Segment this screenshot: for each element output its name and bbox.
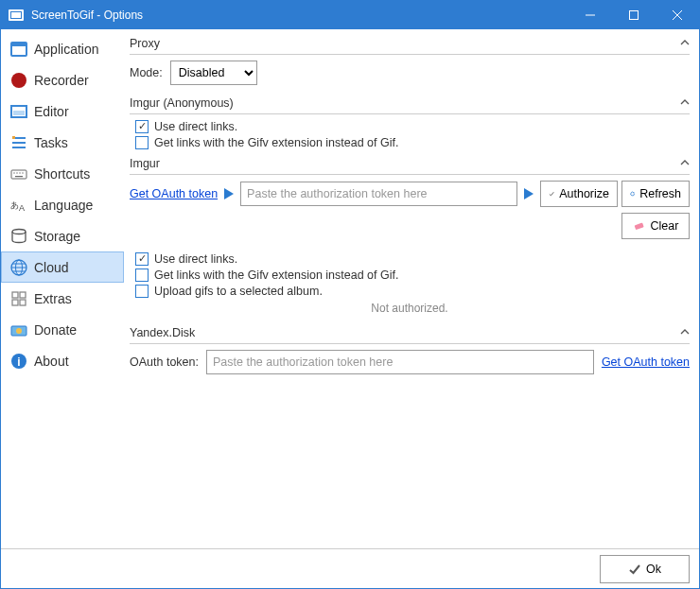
svg-rect-29 [12, 300, 18, 305]
shortcuts-icon [9, 165, 28, 183]
section-title: Imgur (Anonymous) [130, 96, 680, 110]
button-label: Refresh [639, 187, 681, 200]
svg-point-17 [22, 172, 23, 173]
sidebar-item-shortcuts[interactable]: Shortcuts [1, 158, 124, 189]
yandex-get-token-link[interactable]: Get OAuth token [602, 355, 690, 369]
sidebar-item-label: Language [34, 198, 93, 213]
sidebar-item-label: Donate [34, 322, 77, 338]
section-header-imgur[interactable]: Imgur [130, 153, 690, 174]
sidebar-item-donate[interactable]: Donate [1, 314, 124, 345]
svg-rect-8 [13, 111, 25, 115]
svg-text:i: i [17, 355, 20, 369]
authorize-button[interactable]: Authorize [540, 181, 618, 207]
checkbox-label: Get links with the Gifv extension instea… [154, 269, 398, 282]
svg-rect-12 [12, 136, 15, 139]
storage-icon [9, 227, 28, 246]
imgur-anon-direct-checkbox[interactable]: Use direct links. [135, 120, 690, 133]
section-title: Yandex.Disk [130, 326, 680, 339]
sidebar-item-extras[interactable]: Extras [1, 283, 124, 314]
recorder-icon [9, 71, 28, 90]
svg-rect-38 [634, 222, 643, 230]
sidebar-item-editor[interactable]: Editor [1, 95, 124, 127]
sidebar: Application Recorder Editor Tasks Shortc… [1, 29, 124, 548]
sidebar-item-label: Tasks [34, 135, 68, 150]
svg-point-15 [16, 172, 17, 173]
refresh-icon [630, 187, 635, 200]
extras-icon [9, 289, 28, 308]
svg-rect-30 [20, 300, 26, 305]
svg-rect-18 [15, 176, 23, 177]
cloud-icon [9, 258, 28, 277]
proxy-mode-label: Mode: [130, 66, 163, 79]
clear-button[interactable]: Clear [621, 213, 690, 239]
titlebar: ScreenToGif - Options [1, 1, 699, 29]
application-icon [9, 40, 28, 59]
footer-bar: Ok [1, 548, 699, 588]
about-icon: i [9, 352, 28, 371]
section-header-yandex[interactable]: Yandex.Disk [130, 322, 690, 343]
app-icon [9, 9, 24, 21]
editor-icon [9, 102, 28, 121]
sidebar-item-recorder[interactable]: Recorder [1, 64, 124, 95]
sidebar-item-cloud[interactable]: Cloud [1, 251, 124, 283]
refresh-button[interactable]: Refresh [621, 181, 690, 207]
yandex-token-input[interactable] [206, 350, 594, 374]
chevron-up-icon [680, 37, 690, 50]
section-header-proxy[interactable]: Proxy [130, 33, 690, 54]
arrow-right-icon [221, 188, 236, 199]
chevron-up-icon [680, 96, 690, 110]
close-button[interactable] [656, 1, 699, 29]
imgur-gifv-checkbox[interactable]: Get links with the Gifv extension instea… [135, 269, 690, 282]
svg-rect-28 [20, 292, 26, 298]
tasks-icon [9, 133, 28, 152]
sidebar-item-language[interactable]: あA Language [1, 189, 124, 220]
sidebar-item-tasks[interactable]: Tasks [1, 127, 124, 158]
yandex-token-label: OAuth token: [130, 355, 199, 369]
svg-rect-5 [11, 43, 26, 46]
svg-point-16 [19, 172, 20, 173]
eraser-icon [633, 219, 646, 233]
proxy-mode-select[interactable]: Disabled [170, 61, 257, 85]
checkbox-icon [135, 269, 149, 282]
svg-point-21 [12, 229, 26, 234]
content-pane: Proxy Mode: Disabled Imgur (Anonymous) U… [124, 29, 699, 548]
check-icon [549, 187, 554, 200]
button-label: Authorize [559, 187, 609, 200]
checkbox-icon [135, 120, 149, 133]
sidebar-item-about[interactable]: i About [1, 345, 124, 376]
imgur-get-token-link[interactable]: Get OAuth token [130, 187, 218, 200]
svg-marker-36 [524, 188, 534, 199]
sidebar-item-label: Recorder [34, 73, 89, 88]
checkbox-label: Get links with the Gifv extension instea… [154, 136, 398, 149]
sidebar-item-storage[interactable]: Storage [1, 220, 124, 251]
button-label: Clear [651, 219, 679, 233]
checkbox-label: Use direct links. [154, 120, 237, 133]
svg-point-6 [11, 73, 26, 88]
svg-rect-13 [11, 170, 26, 179]
sidebar-item-label: Editor [34, 104, 69, 119]
sidebar-item-application[interactable]: Application [1, 33, 124, 64]
svg-point-14 [13, 172, 14, 173]
checkbox-label: Upload gifs to a selected album. [154, 285, 323, 298]
ok-button[interactable]: Ok [600, 555, 690, 583]
checkbox-icon [135, 285, 149, 298]
imgur-status: Not authorized. [130, 302, 690, 315]
sidebar-item-label: About [34, 354, 69, 369]
imgur-anon-gifv-checkbox[interactable]: Get links with the Gifv extension instea… [135, 136, 690, 149]
chevron-up-icon [680, 326, 690, 339]
chevron-up-icon [680, 157, 690, 170]
section-title: Proxy [130, 37, 680, 50]
imgur-token-input[interactable] [240, 182, 517, 206]
svg-text:あ: あ [10, 200, 19, 210]
arrow-right-icon [521, 188, 536, 199]
maximize-button[interactable] [612, 1, 656, 29]
imgur-direct-checkbox[interactable]: Use direct links. [135, 252, 690, 266]
section-header-imgur-anon[interactable]: Imgur (Anonymous) [130, 93, 690, 113]
checkbox-icon [135, 252, 149, 266]
imgur-album-checkbox[interactable]: Upload gifs to a selected album. [135, 285, 690, 298]
minimize-button[interactable] [569, 1, 612, 29]
svg-marker-35 [224, 188, 234, 199]
sidebar-item-label: Application [34, 42, 99, 57]
check-icon [628, 563, 641, 576]
donate-icon [9, 320, 28, 339]
